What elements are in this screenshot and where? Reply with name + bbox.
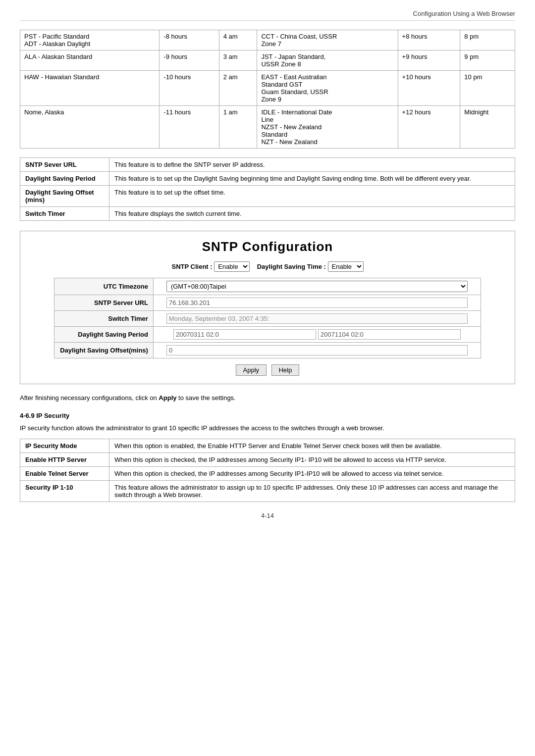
sntp-field-input[interactable]	[166, 298, 468, 308]
sntp-field-value	[153, 295, 481, 311]
timezone-row: PST - Pacific Standard ADT - Alaskan Day…	[20, 30, 515, 50]
feature-description: This feature is to define the SNTP serve…	[109, 158, 515, 172]
sntp-client-label: SNTP Client :	[172, 263, 213, 270]
tz-right-offset: +10 hours	[398, 71, 460, 106]
sntp-field-input	[166, 313, 468, 324]
sntp-field-row: UTC Timezone(GMT+08:00)Taipei	[54, 278, 481, 295]
feature-row: Daylight Saving Offset (mins) This featu…	[20, 186, 515, 207]
sntp-buttons: Apply Help	[30, 364, 505, 376]
sntp-field-row: Daylight Saving Period	[54, 327, 481, 343]
ip-security-row: Security IP 1-10 This feature allows the…	[20, 481, 515, 502]
tz-left-time: 4 am	[219, 30, 257, 50]
tz-left-zone: Nome, Alaska	[20, 106, 160, 149]
daylight-saving-select[interactable]: EnableDisable	[328, 261, 364, 272]
utc-timezone-select[interactable]: (GMT+08:00)Taipei	[166, 281, 468, 292]
header-title: Configuration Using a Web Browser	[413, 10, 515, 17]
after-config-text: After finishing necessary configurations…	[20, 393, 515, 403]
sntp-field-label: Daylight Saving Offset(mins)	[54, 343, 153, 358]
ip-security-description: When this option is enabled, the Enable …	[109, 439, 515, 453]
daylight-saving-label: Daylight Saving Time :	[257, 263, 326, 270]
tz-left-offset: -9 hours	[160, 50, 219, 71]
timezone-table: PST - Pacific Standard ADT - Alaskan Day…	[20, 30, 515, 149]
ip-security-description: When this option is checked, the IP addr…	[109, 453, 515, 467]
ip-security-description: When this option is checked, the IP addr…	[109, 467, 515, 481]
tz-left-time: 1 am	[219, 106, 257, 149]
ip-security-label: Security IP 1-10	[20, 481, 109, 502]
ip-security-row: Enable HTTP Server When this option is c…	[20, 453, 515, 467]
ip-security-description: This feature allows the administrator to…	[109, 481, 515, 502]
tz-left-time: 3 am	[219, 50, 257, 71]
tz-right-offset: +12 hours	[398, 106, 460, 149]
daylight-period-start[interactable]	[173, 329, 316, 340]
tz-left-time: 2 am	[219, 71, 257, 106]
tz-right-offset: +8 hours	[398, 30, 460, 50]
feature-description-table: SNTP Sever URL This feature is to define…	[20, 157, 515, 221]
tz-right-zone: IDLE - International Date Line NZST - Ne…	[257, 106, 398, 149]
tz-right-zone: JST - Japan Standard, USSR Zone 8	[257, 50, 398, 71]
tz-left-offset: -11 hours	[160, 106, 219, 149]
sntp-field-row: Switch Timer	[54, 311, 481, 327]
feature-description: This feature displays the switch current…	[109, 207, 515, 221]
tz-left-zone: ALA - Alaskan Standard	[20, 50, 160, 71]
tz-right-offset: +9 hours	[398, 50, 460, 71]
sntp-field-label: SNTP Server URL	[54, 295, 153, 311]
ip-security-label: Enable HTTP Server	[20, 453, 109, 467]
feature-label: Switch Timer	[20, 207, 109, 221]
apply-button[interactable]: Apply	[236, 364, 267, 376]
tz-left-zone: HAW - Hawaiian Standard	[20, 71, 160, 106]
page-number: 4-14	[20, 512, 515, 519]
tz-right-time: 8 pm	[460, 30, 515, 50]
tz-left-zone: PST - Pacific Standard ADT - Alaskan Day…	[20, 30, 160, 50]
timezone-row: Nome, Alaska -11 hours 1 am IDLE - Inter…	[20, 106, 515, 149]
timezone-row: HAW - Hawaiian Standard -10 hours 2 am E…	[20, 71, 515, 106]
sntp-field-label: UTC Timezone	[54, 278, 153, 295]
ip-security-heading: 4-6.9 IP Security	[20, 412, 515, 419]
feature-description: This feature is to set up the offset tim…	[109, 186, 515, 207]
sntp-client-select[interactable]: EnableDisable	[214, 261, 250, 272]
daylight-period-end[interactable]	[318, 329, 461, 340]
tz-right-time: Midnight	[460, 106, 515, 149]
tz-right-time: 10 pm	[460, 71, 515, 106]
sntp-field-input[interactable]	[166, 345, 468, 355]
sntp-field-value	[153, 343, 481, 358]
tz-left-offset: -8 hours	[160, 30, 219, 50]
feature-label: Daylight Saving Offset (mins)	[20, 186, 109, 207]
tz-right-zone: CCT - China Coast, USSR Zone 7	[257, 30, 398, 50]
ip-security-label: IP Security Mode	[20, 439, 109, 453]
sntp-field-row: SNTP Server URL	[54, 295, 481, 311]
sntp-inner-table: UTC Timezone(GMT+08:00)TaipeiSNTP Server…	[54, 278, 481, 358]
sntp-field-value	[153, 327, 481, 343]
timezone-row: ALA - Alaskan Standard -9 hours 3 am JST…	[20, 50, 515, 71]
tz-right-zone: EAST - East Australian Standard GST Guam…	[257, 71, 398, 106]
tz-right-time: 9 pm	[460, 50, 515, 71]
sntp-field-value	[153, 311, 481, 327]
sntp-client-row: SNTP Client : EnableDisable Daylight Sav…	[30, 261, 505, 272]
sntp-field-value: (GMT+08:00)Taipei	[153, 278, 481, 295]
sntp-field-row: Daylight Saving Offset(mins)	[54, 343, 481, 358]
feature-row: Daylight Saving Period This feature is t…	[20, 172, 515, 186]
ip-security-row: Enable Telnet Server When this option is…	[20, 467, 515, 481]
feature-description: This feature is to set up the Daylight S…	[109, 172, 515, 186]
sntp-config-box: SNTP Configuration SNTP Client : EnableD…	[20, 231, 515, 384]
feature-label: Daylight Saving Period	[20, 172, 109, 186]
ip-security-table: IP Security Mode When this option is ena…	[20, 439, 515, 502]
ip-security-label: Enable Telnet Server	[20, 467, 109, 481]
ip-security-description: IP security function allows the administ…	[20, 423, 515, 433]
help-button[interactable]: Help	[271, 364, 300, 376]
feature-row: SNTP Sever URL This feature is to define…	[20, 158, 515, 172]
page-header: Configuration Using a Web Browser	[20, 10, 515, 21]
sntp-field-label: Switch Timer	[54, 311, 153, 327]
ip-security-row: IP Security Mode When this option is ena…	[20, 439, 515, 453]
feature-row: Switch Timer This feature displays the s…	[20, 207, 515, 221]
feature-label: SNTP Sever URL	[20, 158, 109, 172]
sntp-field-label: Daylight Saving Period	[54, 327, 153, 343]
tz-left-offset: -10 hours	[160, 71, 219, 106]
sntp-config-title: SNTP Configuration	[30, 239, 505, 254]
